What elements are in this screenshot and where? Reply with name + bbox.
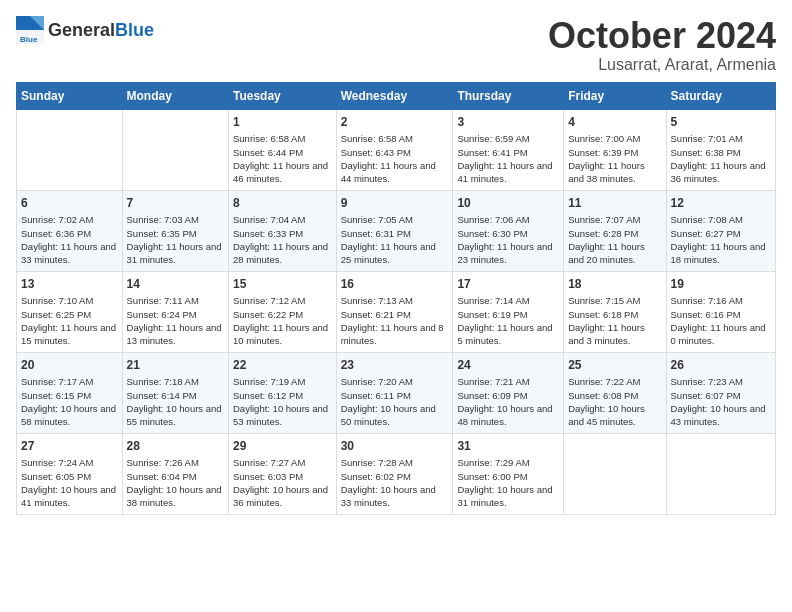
sunrise-text: Sunrise: 7:26 AM (127, 456, 224, 469)
sunset-text: Sunset: 6:35 PM (127, 227, 224, 240)
sunset-text: Sunset: 6:22 PM (233, 308, 332, 321)
calendar-cell: 1Sunrise: 6:58 AMSunset: 6:44 PMDaylight… (229, 109, 337, 190)
sunset-text: Sunset: 6:08 PM (568, 389, 661, 402)
week-row-1: 1Sunrise: 6:58 AMSunset: 6:44 PMDaylight… (17, 109, 776, 190)
day-number: 16 (341, 276, 449, 293)
header-day-tuesday: Tuesday (229, 82, 337, 109)
sunrise-text: Sunrise: 7:21 AM (457, 375, 559, 388)
daylight-text: Daylight: 11 hours and 36 minutes. (671, 159, 771, 186)
calendar-cell: 19Sunrise: 7:16 AMSunset: 6:16 PMDayligh… (666, 271, 775, 352)
sunrise-text: Sunrise: 7:27 AM (233, 456, 332, 469)
sunrise-text: Sunrise: 6:59 AM (457, 132, 559, 145)
day-number: 20 (21, 357, 118, 374)
sunset-text: Sunset: 6:15 PM (21, 389, 118, 402)
sunset-text: Sunset: 6:41 PM (457, 146, 559, 159)
day-number: 6 (21, 195, 118, 212)
daylight-text: Daylight: 10 hours and 53 minutes. (233, 402, 332, 429)
daylight-text: Daylight: 11 hours and 38 minutes. (568, 159, 661, 186)
sunrise-text: Sunrise: 6:58 AM (233, 132, 332, 145)
day-number: 8 (233, 195, 332, 212)
location-title: Lusarrat, Ararat, Armenia (548, 56, 776, 74)
day-number: 18 (568, 276, 661, 293)
daylight-text: Daylight: 10 hours and 31 minutes. (457, 483, 559, 510)
logo-text: GeneralBlue (48, 20, 154, 41)
sunrise-text: Sunrise: 7:18 AM (127, 375, 224, 388)
calendar-cell: 20Sunrise: 7:17 AMSunset: 6:15 PMDayligh… (17, 352, 123, 433)
calendar-cell: 21Sunrise: 7:18 AMSunset: 6:14 PMDayligh… (122, 352, 228, 433)
daylight-text: Daylight: 10 hours and 36 minutes. (233, 483, 332, 510)
page-header: Blue GeneralBlue October 2024 Lusarrat, … (16, 16, 776, 74)
calendar-cell: 12Sunrise: 7:08 AMSunset: 6:27 PMDayligh… (666, 190, 775, 271)
day-number: 22 (233, 357, 332, 374)
sunrise-text: Sunrise: 7:17 AM (21, 375, 118, 388)
title-area: October 2024 Lusarrat, Ararat, Armenia (548, 16, 776, 74)
daylight-text: Daylight: 11 hours and 0 minutes. (671, 321, 771, 348)
daylight-text: Daylight: 11 hours and 41 minutes. (457, 159, 559, 186)
calendar-cell: 6Sunrise: 7:02 AMSunset: 6:36 PMDaylight… (17, 190, 123, 271)
daylight-text: Daylight: 11 hours and 20 minutes. (568, 240, 661, 267)
sunset-text: Sunset: 6:00 PM (457, 470, 559, 483)
calendar-cell: 24Sunrise: 7:21 AMSunset: 6:09 PMDayligh… (453, 352, 564, 433)
day-number: 30 (341, 438, 449, 455)
sunrise-text: Sunrise: 7:19 AM (233, 375, 332, 388)
daylight-text: Daylight: 10 hours and 48 minutes. (457, 402, 559, 429)
sunrise-text: Sunrise: 7:01 AM (671, 132, 771, 145)
sunset-text: Sunset: 6:38 PM (671, 146, 771, 159)
day-number: 28 (127, 438, 224, 455)
sunrise-text: Sunrise: 7:06 AM (457, 213, 559, 226)
sunrise-text: Sunrise: 6:58 AM (341, 132, 449, 145)
svg-text:Blue: Blue (20, 35, 38, 44)
day-number: 11 (568, 195, 661, 212)
calendar-table: SundayMondayTuesdayWednesdayThursdayFrid… (16, 82, 776, 515)
daylight-text: Daylight: 11 hours and 33 minutes. (21, 240, 118, 267)
day-number: 25 (568, 357, 661, 374)
day-number: 9 (341, 195, 449, 212)
day-number: 10 (457, 195, 559, 212)
sunrise-text: Sunrise: 7:14 AM (457, 294, 559, 307)
sunrise-text: Sunrise: 7:20 AM (341, 375, 449, 388)
day-number: 12 (671, 195, 771, 212)
calendar-cell: 23Sunrise: 7:20 AMSunset: 6:11 PMDayligh… (336, 352, 453, 433)
sunrise-text: Sunrise: 7:05 AM (341, 213, 449, 226)
sunset-text: Sunset: 6:19 PM (457, 308, 559, 321)
sunrise-text: Sunrise: 7:04 AM (233, 213, 332, 226)
header-day-sunday: Sunday (17, 82, 123, 109)
sunset-text: Sunset: 6:03 PM (233, 470, 332, 483)
sunrise-text: Sunrise: 7:28 AM (341, 456, 449, 469)
calendar-cell: 4Sunrise: 7:00 AMSunset: 6:39 PMDaylight… (564, 109, 666, 190)
daylight-text: Daylight: 10 hours and 33 minutes. (341, 483, 449, 510)
calendar-cell: 3Sunrise: 6:59 AMSunset: 6:41 PMDaylight… (453, 109, 564, 190)
sunset-text: Sunset: 6:36 PM (21, 227, 118, 240)
sunset-text: Sunset: 6:44 PM (233, 146, 332, 159)
sunrise-text: Sunrise: 7:02 AM (21, 213, 118, 226)
sunset-text: Sunset: 6:31 PM (341, 227, 449, 240)
calendar-cell: 31Sunrise: 7:29 AMSunset: 6:00 PMDayligh… (453, 433, 564, 514)
day-number: 17 (457, 276, 559, 293)
sunset-text: Sunset: 6:02 PM (341, 470, 449, 483)
daylight-text: Daylight: 11 hours and 46 minutes. (233, 159, 332, 186)
sunset-text: Sunset: 6:27 PM (671, 227, 771, 240)
daylight-text: Daylight: 10 hours and 38 minutes. (127, 483, 224, 510)
sunset-text: Sunset: 6:14 PM (127, 389, 224, 402)
daylight-text: Daylight: 10 hours and 50 minutes. (341, 402, 449, 429)
sunrise-text: Sunrise: 7:03 AM (127, 213, 224, 226)
sunrise-text: Sunrise: 7:10 AM (21, 294, 118, 307)
sunset-text: Sunset: 6:33 PM (233, 227, 332, 240)
calendar-cell: 5Sunrise: 7:01 AMSunset: 6:38 PMDaylight… (666, 109, 775, 190)
calendar-cell: 7Sunrise: 7:03 AMSunset: 6:35 PMDaylight… (122, 190, 228, 271)
calendar-cell: 22Sunrise: 7:19 AMSunset: 6:12 PMDayligh… (229, 352, 337, 433)
header-day-monday: Monday (122, 82, 228, 109)
sunset-text: Sunset: 6:24 PM (127, 308, 224, 321)
sunset-text: Sunset: 6:30 PM (457, 227, 559, 240)
sunset-text: Sunset: 6:05 PM (21, 470, 118, 483)
calendar-cell: 11Sunrise: 7:07 AMSunset: 6:28 PMDayligh… (564, 190, 666, 271)
calendar-cell (122, 109, 228, 190)
sunrise-text: Sunrise: 7:29 AM (457, 456, 559, 469)
daylight-text: Daylight: 11 hours and 23 minutes. (457, 240, 559, 267)
calendar-cell (564, 433, 666, 514)
sunset-text: Sunset: 6:21 PM (341, 308, 449, 321)
header-day-wednesday: Wednesday (336, 82, 453, 109)
calendar-cell: 10Sunrise: 7:06 AMSunset: 6:30 PMDayligh… (453, 190, 564, 271)
daylight-text: Daylight: 11 hours and 15 minutes. (21, 321, 118, 348)
day-number: 29 (233, 438, 332, 455)
